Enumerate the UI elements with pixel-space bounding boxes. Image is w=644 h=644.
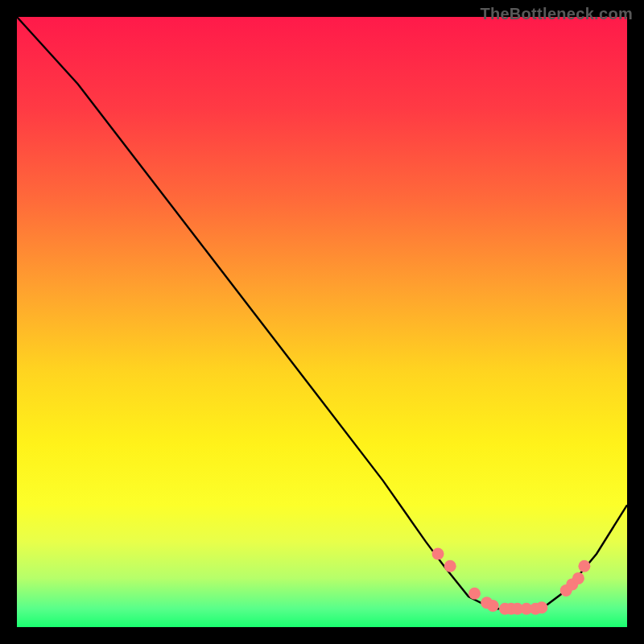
chart-container: TheBottleneck.com — [0, 0, 644, 644]
highlight-point — [487, 600, 499, 612]
highlight-point — [572, 572, 584, 584]
highlight-point — [444, 560, 456, 572]
plot-background — [17, 17, 627, 627]
attribution-text: TheBottleneck.com — [480, 5, 633, 23]
bottleneck-curve-chart — [0, 0, 644, 644]
highlight-point — [469, 588, 481, 600]
highlight-point — [578, 560, 590, 572]
highlight-point — [432, 548, 444, 560]
highlight-point — [535, 601, 547, 613]
